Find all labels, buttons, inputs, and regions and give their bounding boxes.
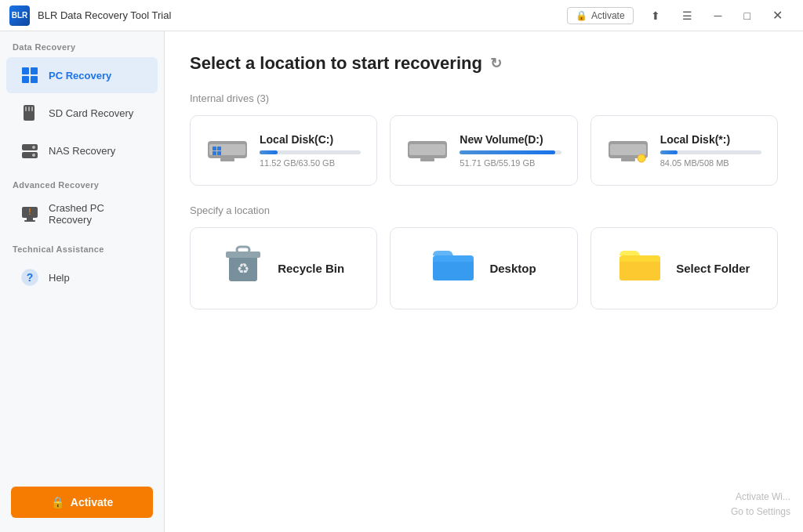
select-folder-label: Select Folder [676,262,750,275]
help-icon: ? [19,266,41,288]
technical-assistance-section-label: Technical Assistance [0,233,164,259]
drive-d-info: New Volume(D:) 51.71 GB/55.19 GB [460,133,561,168]
svg-rect-5 [25,107,27,111]
drive-c-icon [206,133,249,168]
drive-d-icon [406,133,449,168]
sidebar-item-label: NAS Recovery [49,145,115,157]
svg-text:?: ? [27,271,34,284]
data-recovery-section-label: Data Recovery [0,31,164,56]
watermark-line2: Go to Settings [731,505,790,519]
activate-button-sidebar[interactable]: 🔒 Activate [11,487,153,518]
drive-c-bar [260,150,361,154]
advanced-recovery-section-label: Advanced Recovery [0,169,164,194]
pc-icon [19,64,41,86]
svg-rect-2 [22,76,29,83]
svg-text:♻: ♻ [237,261,249,277]
upload-icon[interactable]: ⬆ [646,8,665,24]
lock-icon-sidebar: 🔒 [51,496,64,508]
main-title: Select a location to start recovering ↻ [190,53,778,74]
sd-card-icon [19,102,41,124]
svg-rect-26 [409,144,445,155]
drive-d-name: New Volume(D:) [460,133,561,146]
internal-drives-label: Internal drives (3) [190,92,778,104]
drive-star-icon [607,133,649,168]
svg-rect-20 [213,147,216,150]
drive-d-size: 51.71 GB/55.19 GB [460,158,561,168]
drive-star-info: Local Disk(*:) 84.05 MB/508 MB [660,133,761,168]
activate-label: Activate [591,10,625,21]
app-logo: BLR [9,5,30,26]
svg-rect-7 [31,107,33,111]
location-card-recycle-bin[interactable]: ♻ Recycle Bin [190,227,377,309]
sidebar-item-label: Crashed PC Recovery [49,202,145,226]
svg-rect-21 [217,147,221,150]
svg-rect-29 [610,144,646,155]
titlebar-controls: 🔒 Activate ⬆ ☰ ─ □ ✕ [567,6,787,24]
desktop-label: Desktop [489,262,536,275]
refresh-icon[interactable]: ↻ [490,55,502,72]
svg-rect-23 [217,151,221,155]
desktop-folder-icon [431,244,475,292]
app-body: Data Recovery PC Recovery [0,31,803,532]
drive-star-bar-fill [660,150,678,154]
svg-rect-0 [22,67,29,74]
svg-rect-39 [620,262,660,280]
svg-rect-22 [213,151,216,155]
sidebar-item-label: SD Card Recovery [49,107,133,119]
svg-rect-13 [27,218,33,220]
drive-d-bar [460,150,561,154]
main-content: Select a location to start recovering ↻ … [165,31,803,532]
svg-text:!: ! [28,208,31,216]
watermark-line1: Activate Wi... [731,490,790,505]
activate-button-titlebar[interactable]: 🔒 Activate [567,7,634,24]
menu-icon[interactable]: ☰ [678,8,697,24]
lock-icon: 🔒 [576,10,587,21]
svg-rect-37 [433,262,474,280]
location-cards-grid: ♻ Recycle Bin Desktop [190,227,778,309]
sidebar-item-label: Help [49,272,70,284]
location-card-desktop[interactable]: Desktop [390,227,577,309]
svg-rect-6 [28,107,30,111]
drive-star-name: Local Disk(*:) [660,133,761,146]
svg-point-11 [32,154,35,157]
sidebar-item-crashed-pc-recovery[interactable]: ! Crashed PC Recovery [6,195,158,233]
drive-c-info: Local Disk(C:) 11.52 GB/63.50 GB [260,133,361,168]
drive-c-name: Local Disk(C:) [260,133,361,146]
nas-icon [19,139,41,161]
svg-point-10 [32,146,35,149]
internal-drives-grid: Local Disk(C:) 11.52 GB/63.50 GB [190,115,778,186]
sidebar-item-label: PC Recovery [49,70,111,81]
specify-location-label: Specify a location [190,204,778,216]
sidebar: Data Recovery PC Recovery [0,31,165,532]
close-icon[interactable]: ✕ [768,6,787,24]
sidebar-item-pc-recovery[interactable]: PC Recovery [6,57,158,93]
drive-card-c[interactable]: Local Disk(C:) 11.52 GB/63.50 GB [190,115,377,186]
recycle-bin-icon: ♻ [223,242,263,295]
svg-point-30 [638,154,645,162]
sidebar-item-sd-card-recovery[interactable]: SD Card Recovery [6,95,158,131]
drive-d-bar-fill [460,150,555,154]
minimize-icon[interactable]: ─ [710,8,727,24]
svg-rect-31 [621,158,635,161]
svg-rect-14 [24,220,35,222]
titlebar: BLR BLR Data Recovery Tool Trial 🔒 Activ… [0,0,803,31]
svg-rect-3 [31,76,38,83]
watermark: Activate Wi... Go to Settings [731,490,790,519]
recycle-bin-label: Recycle Bin [278,262,344,275]
svg-rect-27 [420,158,434,161]
svg-rect-34 [237,247,249,253]
activate-button-label: Activate [71,496,113,508]
location-card-select-folder[interactable]: Select Folder [590,227,778,309]
sidebar-item-nas-recovery[interactable]: NAS Recovery [6,132,158,168]
select-folder-icon [618,244,662,292]
crashed-pc-icon: ! [19,203,41,225]
svg-rect-1 [31,67,38,74]
drive-c-size: 11.52 GB/63.50 GB [260,158,361,168]
drive-card-star[interactable]: Local Disk(*:) 84.05 MB/508 MB [590,115,778,186]
sidebar-item-help[interactable]: ? Help [6,259,158,295]
drive-card-d[interactable]: New Volume(D:) 51.71 GB/55.19 GB [390,115,577,186]
drive-star-bar [660,150,761,154]
maximize-icon[interactable]: □ [739,8,755,24]
drive-c-bar-fill [260,150,278,154]
app-title: BLR Data Recovery Tool Trial [38,9,567,21]
